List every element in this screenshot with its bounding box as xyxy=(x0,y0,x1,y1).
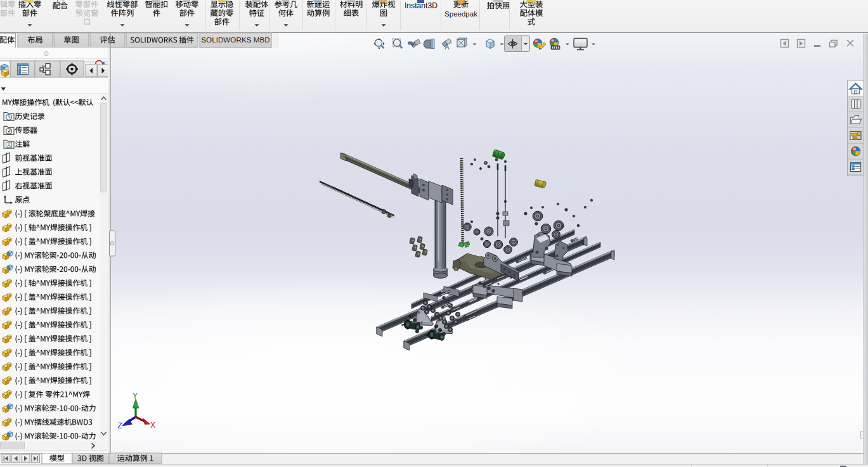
svg-text:Z: Z xyxy=(117,421,122,430)
svg-text:Y: Y xyxy=(133,392,138,400)
svg-text:A: A xyxy=(444,43,450,51)
svg-text:A: A xyxy=(7,142,11,148)
svg-text:Speedpak: Speedpak xyxy=(444,10,477,18)
svg-text:X: X xyxy=(150,421,155,430)
svg-text:SOLIDWORKS MBD: SOLIDWORKS MBD xyxy=(201,35,269,44)
